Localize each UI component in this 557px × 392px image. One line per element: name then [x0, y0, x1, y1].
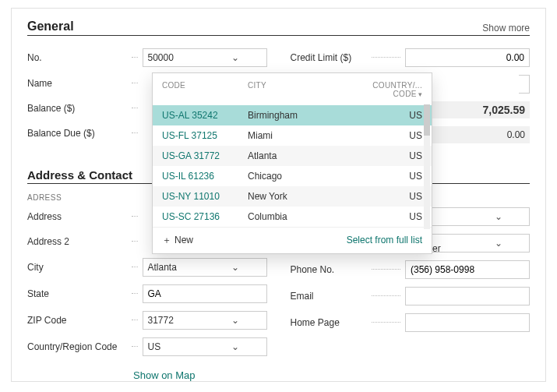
city-label: City: [27, 262, 129, 273]
credit-limit-input[interactable]: [405, 48, 530, 67]
dd-row[interactable]: US-SC 27136ColumbiaUS: [153, 207, 432, 227]
no-field[interactable]: 50000 ⌄: [143, 48, 267, 67]
dd-scrollbar[interactable]: [424, 104, 430, 229]
dd-scrollbar-thumb[interactable]: [424, 104, 430, 136]
dd-select-full-link[interactable]: Select from full list: [347, 235, 422, 245]
chevron-down-icon: ⌄: [467, 238, 529, 249]
city-field[interactable]: Atlanta⌄: [143, 258, 267, 277]
balance-due-label: Balance Due ($): [27, 128, 129, 139]
dd-cell-cc: US: [360, 211, 422, 222]
show-more-link[interactable]: Show more: [482, 23, 530, 34]
dd-head-city[interactable]: CITY: [248, 81, 360, 99]
no-label: No.: [27, 52, 129, 63]
dd-head-code[interactable]: CODE: [162, 81, 248, 99]
dd-cell-city: New York: [248, 191, 360, 202]
zip-field[interactable]: 31772⌄: [143, 311, 267, 330]
show-on-map-link[interactable]: Show on Map: [133, 369, 196, 381]
dd-cell-city: Atlanta: [248, 150, 360, 161]
state-input[interactable]: [143, 284, 267, 303]
chevron-down-icon: ⌄: [467, 211, 529, 222]
dd-cell-city: Miami: [248, 130, 360, 141]
dd-cell-city: Columbia: [248, 211, 360, 222]
dd-row[interactable]: US-IL 61236ChicagoUS: [153, 166, 432, 186]
plus-icon: ＋: [162, 234, 171, 247]
dd-row[interactable]: US-FL 37125MiamiUS: [153, 125, 432, 146]
chevron-down-icon: ⌄: [205, 262, 266, 273]
chevron-down-icon: ⌄: [205, 315, 266, 326]
chevron-down-icon: ⌄: [205, 52, 266, 63]
chevron-down-icon: ⌄: [205, 341, 266, 352]
dd-cell-code: US-SC 27136: [162, 211, 248, 222]
filter-icon: ▾: [418, 90, 422, 98]
dd-cell-code: US-NY 11010: [162, 191, 248, 202]
dd-row[interactable]: US-NY 11010New YorkUS: [153, 186, 432, 207]
homepage-label: Home Page: [291, 317, 368, 328]
dd-cell-cc: US: [360, 171, 422, 182]
zip-label: ZIP Code: [27, 315, 129, 326]
phone-input[interactable]: [405, 260, 530, 279]
dd-cell-code: US-IL 61236: [162, 171, 248, 182]
dd-cell-code: US-FL 37125: [162, 130, 248, 141]
dd-cell-cc: US: [360, 191, 422, 202]
dd-row[interactable]: US-AL 35242BirminghamUS: [153, 105, 432, 125]
lookup-dropdown: CODE CITY COUNTRY/... CODE▾ US-AL 35242B…: [152, 72, 432, 254]
email-input[interactable]: [405, 287, 530, 305]
phone-label: Phone No.: [291, 264, 368, 275]
state-label: State: [27, 288, 129, 299]
crc-field[interactable]: US⌄: [143, 337, 267, 356]
crc-label: Country/Region Code: [27, 341, 129, 352]
section-general-title: General: [27, 19, 74, 34]
dd-cell-code: US-AL 35242: [162, 110, 248, 121]
credit-limit-label: Credit Limit ($): [291, 52, 368, 63]
balance-label: Balance ($): [27, 103, 129, 114]
dd-cell-cc: US: [360, 130, 422, 141]
dd-cell-cc: US: [360, 150, 422, 161]
dd-head-country[interactable]: COUNTRY/... CODE▾: [360, 81, 422, 99]
dd-cell-cc: US: [360, 110, 422, 121]
dd-row[interactable]: US-GA 31772AtlantaUS: [153, 146, 432, 166]
homepage-input[interactable]: [405, 313, 530, 332]
email-label: Email: [291, 291, 368, 302]
dd-cell-city: Birmingham: [248, 110, 360, 121]
name-label: Name: [27, 78, 129, 89]
dd-cell-code: US-GA 31772: [162, 150, 248, 161]
dd-cell-city: Chicago: [248, 171, 360, 182]
address-label: Address: [27, 211, 129, 222]
dd-new-button[interactable]: ＋ New: [162, 234, 193, 247]
address2-label: Address 2: [27, 236, 129, 247]
